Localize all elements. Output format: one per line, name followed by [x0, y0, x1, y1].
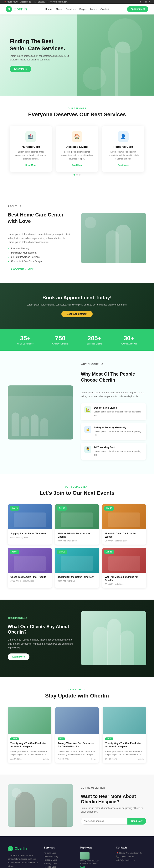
- event-card-3: Mar 10 Mountain Camp Cabin in the Woods …: [102, 504, 146, 545]
- social-facebook-icon[interactable]: f: [140, 1, 141, 3]
- dot-1[interactable]: [74, 174, 75, 176]
- blog-footer-1: Jan 15, 2024 Admin: [10, 758, 49, 760]
- nav-home[interactable]: Home: [45, 7, 52, 11]
- blog-author-2: Admin: [91, 758, 96, 760]
- why-tag: Why Choose Us: [81, 362, 146, 366]
- why-description: Lorem ipsum dolor sit amet, consectetur …: [81, 391, 146, 399]
- event-body-6: Walk for Miracle Fundraise for Oberlin 0…: [102, 573, 146, 588]
- footer-service-4[interactable]: Memory Care: [44, 862, 74, 865]
- appointment-banner: Book an Appointment Today! Lorem ipsum d…: [0, 283, 154, 329]
- person-2: [21, 416, 29, 436]
- stat-awards-label: Awards Achieved: [121, 343, 137, 345]
- circle-deco-newsletter: [11, 788, 21, 798]
- why-feature-3-desc: Lorem ipsum dolor sit amet consectetur a…: [94, 450, 143, 457]
- social-twitter-icon[interactable]: t: [143, 1, 144, 3]
- why-feature-2-text: Safety & Security Guaranty Lorem ipsum d…: [94, 426, 143, 437]
- send-button[interactable]: Send Now: [127, 817, 146, 825]
- footer-contact-phone[interactable]: 📞 +1 (888) 234 567: [116, 856, 147, 858]
- dot-2[interactable]: [76, 174, 78, 176]
- event-image-5: May 20: [55, 548, 99, 573]
- nursing-link[interactable]: Read More: [26, 164, 36, 166]
- social-youtube-icon[interactable]: yt: [149, 1, 150, 3]
- footer-contact-email[interactable]: ✉ info@oberlin.com: [116, 859, 147, 862]
- event-body-4: Chess Tournament Final Results 10:00 AM …: [8, 573, 52, 585]
- event-date-5: May 20: [57, 550, 67, 554]
- nav-news[interactable]: News: [90, 7, 97, 11]
- footer-service-5[interactable]: Respite Care: [44, 866, 74, 868]
- nursing-icon: 🏥: [26, 131, 36, 142]
- event-image-6: Jun 15: [102, 548, 146, 573]
- top-bar-contact: 📍 House No. 05, Street No. 22 📞 +1 (888)…: [4, 1, 68, 3]
- blog-card-2: Care Twenty Ways You Can Fundraise for O…: [55, 707, 99, 763]
- newsletter-description: Lorem ipsum dolor sit amet consectetur a…: [81, 806, 146, 814]
- services-title: Everyone Deserves Our Best Services: [8, 111, 146, 118]
- caregiver-silhouette: [115, 41, 130, 96]
- feature-2: Medication Management: [8, 251, 73, 254]
- blog-body-3: News Twenty Ways You Can Fundraise for O…: [103, 734, 146, 763]
- nav-about[interactable]: About: [55, 7, 62, 11]
- security-icon: 🔒: [84, 426, 91, 433]
- service-card-assisted: 🏠 Assisted Living Lorem ipsum dolor sit …: [56, 126, 98, 172]
- event-date-2: Feb 02: [57, 506, 67, 510]
- blog-date-1: Jan 15, 2024: [10, 758, 22, 760]
- personal-icon: 👤: [118, 131, 128, 142]
- why-content: Why Choose Us Why Most Of The People Cho…: [81, 362, 146, 463]
- happy-people-scene: [81, 611, 146, 665]
- event-body-1: Jogging for the Better Tomorrow 08:00 AM…: [8, 529, 52, 541]
- assisted-link[interactable]: Read More: [72, 164, 82, 166]
- social-linkedin-icon[interactable]: in: [145, 1, 147, 3]
- nursing-desc: Lorem ipsum dolor sit amet consectetur a…: [14, 150, 47, 160]
- address: 📍 House No. 05, Street No. 22: [4, 1, 31, 3]
- nav-contact[interactable]: Contact: [101, 7, 109, 11]
- hero-people: [101, 41, 130, 96]
- footer-news-img-1: [80, 852, 89, 860]
- nav-pages[interactable]: Pages: [79, 7, 86, 11]
- person-c: [120, 630, 134, 665]
- hero-title: Finding The Best Senior Care Services.: [10, 38, 71, 52]
- person-3: [31, 414, 38, 436]
- dot-3[interactable]: [79, 174, 80, 176]
- navbar: O Oberlin Home About Services Pages News…: [0, 4, 154, 14]
- blog-section: Latest Blog Stay Update with Oberlin Hea…: [0, 677, 154, 775]
- footer-news-date-1: Jan 15: [80, 866, 85, 868]
- footer-col-contacts: Contacts 📍 House No. 05, Street 22 📞 +1 …: [116, 846, 147, 868]
- footer-service-2[interactable]: Assisted Living: [44, 855, 74, 858]
- email-form: Send Now: [81, 817, 146, 825]
- event-meta-6: 09:00 AM · Main Street: [105, 583, 144, 585]
- event-card-6: Jun 15 Walk for Miracle Fundraise for Ob…: [102, 548, 146, 588]
- footer-service-3[interactable]: Personal Care: [44, 859, 74, 861]
- appointment-btn[interactable]: Book Appointment: [62, 311, 93, 317]
- footer-news-text-1: Twenty Ways You Can Fundraise for Oberli…: [80, 860, 107, 868]
- footer-service-1[interactable]: Nursing Care: [44, 852, 74, 854]
- event-visual-6: [108, 556, 140, 571]
- event-visual-1: [14, 513, 46, 527]
- testimonial-description: Our goal each day is to ensure that our …: [8, 638, 73, 650]
- person-4: [40, 418, 48, 436]
- person-b: [107, 619, 121, 665]
- stat-awards: 30+ Awards Achieved: [121, 335, 137, 345]
- happy-people: [81, 611, 146, 665]
- testimonial-btn[interactable]: Learn More: [8, 653, 30, 660]
- personal-link[interactable]: Read More: [118, 164, 128, 166]
- newsletter-tag: Get Newsletter: [81, 786, 146, 790]
- event-title-4: Chess Tournament Final Results: [10, 576, 49, 579]
- event-card-1: Jan 15 Jogging for the Better Tomorrow 0…: [8, 504, 52, 545]
- appointment-button[interactable]: Appointment: [127, 6, 148, 12]
- blog-tag-2: Care: [58, 738, 65, 740]
- nav-services[interactable]: Services: [66, 7, 75, 11]
- blog-body-1: Health Twenty Ways You Can Fundraise for…: [8, 734, 51, 763]
- footer-col-news: Top News Twenty Ways You Can Fundraise f…: [80, 846, 110, 868]
- assisted-icon: 🏠: [72, 131, 82, 142]
- stat-volunteers-label: Great Volunteers: [52, 343, 68, 345]
- hero-cta-button[interactable]: Know More: [10, 66, 31, 72]
- about-content: About Us Best Home Care Center with Love…: [8, 205, 73, 272]
- email-input[interactable]: [81, 817, 127, 825]
- feature-3: 24-Hour Physician Services: [8, 256, 73, 258]
- event-date-4: Apr 05: [10, 550, 20, 554]
- about-description: Lorem ipsum dolor sit amet, consectetur …: [8, 232, 73, 244]
- footer-logo: O Oberlin: [8, 846, 38, 851]
- blog-grid: Health Twenty Ways You Can Fundraise for…: [8, 707, 146, 763]
- event-body-3: Mountain Camp Cabin in the Woods 07:00 A…: [102, 529, 146, 545]
- stat-clients: 205+ Satisfied Clients: [87, 335, 102, 345]
- circle-decoration-about: [85, 217, 96, 228]
